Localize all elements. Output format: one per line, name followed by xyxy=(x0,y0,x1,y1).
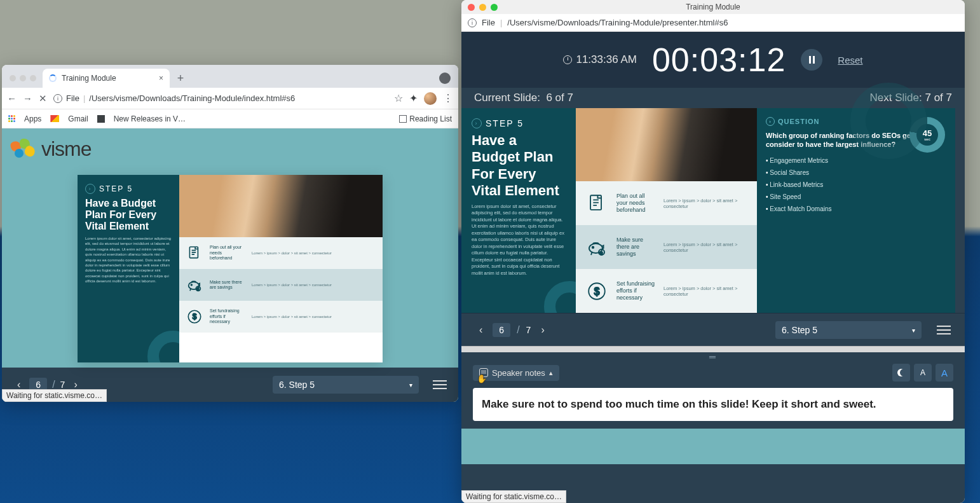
url-path: /Users/visme/Downloads/Training-Module/i… xyxy=(89,93,295,103)
svg-point-2 xyxy=(191,284,192,286)
presenter-address-bar: i File | /Users/visme/Downloads/Training… xyxy=(461,14,965,32)
url-scheme: File xyxy=(66,93,79,103)
profile-avatar[interactable] xyxy=(424,92,437,105)
document-icon xyxy=(186,244,203,262)
svg-point-9 xyxy=(592,246,594,247)
traffic-dot xyxy=(10,75,16,81)
bookmark-apps[interactable]: Apps xyxy=(24,114,41,123)
visme-logo: visme xyxy=(2,128,458,170)
close-tab-icon[interactable]: × xyxy=(159,74,163,83)
pause-timer-button[interactable] xyxy=(801,49,822,71)
status-bar: Waiting for static.visme.co… xyxy=(461,490,566,503)
piggy-bank-icon: $ xyxy=(585,235,609,259)
slide-photo xyxy=(576,108,757,181)
chevron-up-icon: ▴ xyxy=(549,369,553,377)
reset-timer-button[interactable]: Reset xyxy=(838,55,862,65)
question-options: Engagement Metrics Social Shares Link-ba… xyxy=(766,155,946,215)
browser-tab[interactable]: Training Module × xyxy=(43,69,170,88)
document-icon xyxy=(585,191,609,216)
svg-text:$: $ xyxy=(198,287,200,291)
slide-right-panel: Plan out all your needs beforehand Lorem… xyxy=(179,175,383,362)
window-title: Training Module xyxy=(686,3,740,11)
theme-toggle-button[interactable] xyxy=(892,364,910,382)
footer-strip xyxy=(461,429,965,464)
address-bar: ← → ✕ i File | /Users/visme/Downloads/Tr… xyxy=(2,88,458,109)
timer-bar: 11:33:36 AM 00:03:12 Reset xyxy=(461,32,965,88)
current-slide: ›STEP 5 Have a Budget Plan For Every Vit… xyxy=(78,175,383,362)
new-tab-button[interactable]: + xyxy=(172,70,189,86)
traffic-dot xyxy=(30,75,36,81)
next-slide-button[interactable]: › xyxy=(537,322,548,338)
question-arrow-icon: › xyxy=(766,117,775,126)
prev-slide-button[interactable]: ‹ xyxy=(475,322,486,338)
piggy-bank-icon: $ xyxy=(186,276,203,294)
svg-text:$: $ xyxy=(594,286,600,296)
visme-logo-mark-icon xyxy=(11,139,36,160)
drag-handle-icon[interactable]: ═ xyxy=(461,352,965,361)
slide-title: Have a Budget Plan For Every Vital Eleme… xyxy=(85,198,172,232)
presenter-view: 11:33:36 AM 00:03:12 Reset Current Slide… xyxy=(461,32,965,503)
speaker-notes-toggle[interactable]: Speaker notes ▴ ✋ xyxy=(473,365,559,381)
tab-strip: Training Module × + xyxy=(2,65,458,88)
slide-row: $ Make sure there are savings Lorem > ip… xyxy=(179,269,383,301)
apps-grid-icon[interactable] xyxy=(8,115,15,122)
svg-text:$: $ xyxy=(193,312,197,321)
step-arrow-icon: › xyxy=(472,118,482,128)
back-button[interactable]: ← xyxy=(7,93,17,104)
stop-button[interactable]: ✕ xyxy=(39,93,47,104)
presenter-window: Training Module i File | /Users/visme/Do… xyxy=(461,0,965,503)
status-bar: Waiting for static.visme.co… xyxy=(2,389,107,402)
profile-badge-icon[interactable] xyxy=(439,72,451,84)
site-info-icon[interactable]: i xyxy=(468,18,477,27)
minimize-window-button[interactable] xyxy=(479,4,486,11)
forward-button[interactable]: → xyxy=(23,93,32,104)
traffic-dot xyxy=(20,75,26,81)
preview-gutter xyxy=(955,108,965,313)
elapsed-timer: 00:03:12 xyxy=(652,41,786,79)
slide-body: Lorem ipsum dolor sit amet, consectetur … xyxy=(85,236,172,284)
slide-select-dropdown[interactable]: 6. Step 5 ▾ xyxy=(775,321,922,339)
menu-button[interactable] xyxy=(937,326,951,334)
current-slide-number[interactable]: 6 xyxy=(493,323,510,337)
decorative-ring-icon xyxy=(850,83,927,159)
window-traffic-lights xyxy=(10,75,36,81)
reading-list-button[interactable]: Reading List xyxy=(399,114,452,123)
browser-window: Training Module × + ← → ✕ i File | /User… xyxy=(2,65,458,402)
decorative-ring-icon xyxy=(544,281,576,313)
total-slides: 7 xyxy=(60,380,65,390)
speaker-note-text: Make sure not to spend too much time on … xyxy=(473,388,953,421)
bookmark-favicon xyxy=(97,115,105,123)
bookmark-gmail[interactable]: Gmail xyxy=(68,114,88,123)
slide-row: Plan out all your needs beforehand Lorem… xyxy=(179,237,383,269)
slides-preview-row: ›STEP 5 Have a Budget Plan For Every Vit… xyxy=(461,108,965,313)
slide-select-dropdown[interactable]: 6. Step 5 ▾ xyxy=(273,376,419,394)
slide-row: $ Set fundraising efforts if necessary L… xyxy=(179,301,383,333)
loading-spinner-icon xyxy=(49,74,57,82)
visme-logo-text: visme xyxy=(41,137,92,161)
window-titlebar: Training Module xyxy=(461,0,965,14)
close-window-button[interactable] xyxy=(468,4,475,11)
gmail-icon xyxy=(50,115,59,122)
menu-button[interactable] xyxy=(433,380,447,389)
slide-area: ›STEP 5 Have a Budget Plan For Every Vit… xyxy=(2,170,458,368)
window-traffic-lights xyxy=(468,4,498,11)
reading-list-icon xyxy=(399,115,407,123)
font-size-small-button[interactable]: A xyxy=(914,364,932,382)
bookmark-new-releases[interactable]: New Releases in V… xyxy=(114,114,186,123)
url-field[interactable]: i File | /Users/visme/Downloads/Training… xyxy=(53,93,388,103)
wall-clock: 11:33:36 AM xyxy=(563,53,636,66)
step-arrow-icon: › xyxy=(85,184,95,194)
kebab-menu-icon[interactable]: ⋮ xyxy=(443,92,453,104)
slide-left-panel: ›STEP 5 Have a Budget Plan For Every Vit… xyxy=(78,175,179,362)
current-slide-preview: ›STEP 5 Have a Budget Plan For Every Vit… xyxy=(461,108,757,313)
cursor-pointer-icon: ✋ xyxy=(477,374,487,383)
zoom-window-button[interactable] xyxy=(491,4,498,11)
bookmark-star-icon[interactable]: ☆ xyxy=(394,92,403,104)
extensions-icon[interactable]: ✦ xyxy=(409,92,418,104)
chevron-down-icon: ▾ xyxy=(912,326,915,333)
font-size-large-button[interactable]: A xyxy=(936,364,953,382)
decorative-ring-icon xyxy=(147,331,179,362)
clock-icon xyxy=(563,55,572,64)
presenter-slide-nav: ‹ 6 / 7 › 6. Step 5 ▾ xyxy=(461,313,965,346)
site-info-icon[interactable]: i xyxy=(53,94,62,103)
